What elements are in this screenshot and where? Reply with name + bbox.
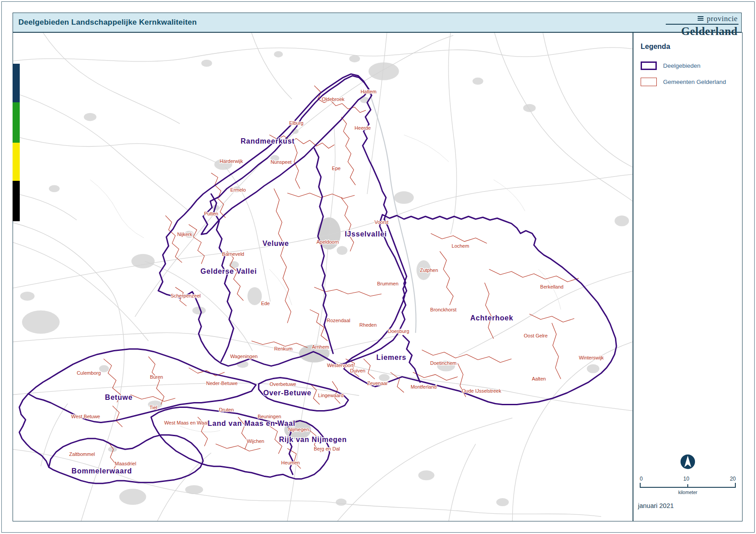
deelgebied-label: Randmeerkust <box>241 137 295 145</box>
legend-label: Deelgebieden <box>663 62 700 69</box>
gemeente-label: Heumen <box>281 460 299 465</box>
gemeente-label: Renkum <box>274 346 293 351</box>
color-bar-segment <box>13 143 20 181</box>
gemeente-label: Maasdriel <box>115 461 136 466</box>
gemeente-label: Ede <box>261 301 270 306</box>
scale-tick: 20 <box>730 476 736 482</box>
deelgebied-label: Over-Betuwe <box>263 389 311 397</box>
gemeente-label: Voorst <box>374 219 388 225</box>
map-date: januari 2021 <box>637 502 738 509</box>
gemeente-label: Epe <box>332 166 341 171</box>
color-bar-segment <box>13 102 20 143</box>
gemeente-label: Bronckhorst <box>430 307 457 312</box>
gemeente-label: Barneveld <box>222 251 244 257</box>
gemeente-label: Doesburg <box>388 328 409 334</box>
gemeente-label: Apeldoorn <box>316 239 339 245</box>
gemeente-label: Tiel <box>149 405 157 410</box>
color-bar-segment <box>13 181 20 221</box>
scale-tick-labels: 01020 <box>640 476 736 482</box>
gemeente-label: Ermelo <box>230 187 246 193</box>
deelgebied-label: Land van Maas en Waal <box>207 420 295 427</box>
deelgebied-label: Bommelerwaard <box>71 467 132 475</box>
gemeente-label: Overbetuwe <box>270 381 296 387</box>
gemeente-label: Montferland <box>411 384 437 390</box>
gemeente-label: Nunspeet <box>271 159 292 165</box>
legend-swatch <box>641 78 657 86</box>
deelgebied-label: IJsselvallei <box>345 230 387 238</box>
title-bar: Deelgebieden Landschappelijke Kernkwalit… <box>13 13 742 32</box>
gemeente-label: Oldebroek <box>322 96 345 102</box>
page-title: Deelgebieden Landschappelijke Kernkwalit… <box>13 18 197 27</box>
legend-swatch <box>641 61 657 70</box>
map-frame: HattemOldebroekElburgHeerdeNunspeetHarde… <box>13 32 633 521</box>
gemeente-label: Druten <box>219 407 234 412</box>
gemeente-label: Westervoort <box>327 363 353 368</box>
gemeente-label: Buren <box>150 374 163 380</box>
map-sheet: { "header": { "title": "Deelgebieden Lan… <box>0 0 756 534</box>
gemeente-label: Beuningen <box>258 414 281 419</box>
gemeente-label: West Betuwe <box>71 414 100 419</box>
deelgebied-label: Veluwe <box>263 240 289 247</box>
gemeente-label: Culemborg <box>77 370 101 376</box>
gemeente-label: Oost Gelre <box>524 333 548 338</box>
deelgebied-label: Liemers <box>376 354 406 361</box>
provincie-gelderland-logo: provincie Gelderland <box>666 13 738 37</box>
deelgebied-labels: RandmeerkustVeluweGelderse ValleiIJsselv… <box>71 137 513 475</box>
legend-label: Gemeenten Gelderland <box>663 79 726 85</box>
gemeente-label: Zevenaar <box>367 381 388 386</box>
gemeente-label: Nijkerk <box>177 232 193 237</box>
gemeente-label: Scherpenzeel <box>171 293 201 298</box>
deelgebied-label: Betuwe <box>105 394 133 401</box>
gemeente-label: Nijmegen <box>288 427 309 432</box>
color-bar-segment <box>13 64 20 102</box>
gemeente-label: Doetinchem <box>430 360 457 366</box>
legend-item: Deelgebieden <box>641 61 736 70</box>
scale-bar: 01020 kilometer <box>640 476 736 495</box>
gemeente-label: Duiven <box>350 368 365 373</box>
gemeente-label: Berg en Dal <box>314 446 340 451</box>
deelgebied-label: Gelderse Vallei <box>200 267 257 275</box>
gemeente-label: Aalten <box>532 376 546 381</box>
gemeente-label: Wijchen <box>247 438 264 444</box>
gemeente-label: Rheden <box>360 322 377 328</box>
scale-line <box>640 483 736 488</box>
deelgebied-label: Rijk van Nijmegen <box>279 436 347 443</box>
gemeente-label: Zutphen <box>420 267 438 273</box>
scale-tick: 10 <box>683 476 689 482</box>
gemeente-labels: HattemOldebroekElburgHeerdeNunspeetHarde… <box>69 89 604 466</box>
legend-panel: Legenda DeelgebiedenGemeenten Gelderland… <box>633 32 743 521</box>
logo-bars-icon <box>698 16 703 21</box>
logo-word-gelderland: Gelderland <box>666 25 738 37</box>
gemeente-label: Lochem <box>452 243 469 249</box>
gemeente-label: Zaltbommel <box>69 451 95 457</box>
scale-tick: 0 <box>640 476 643 482</box>
color-reference-bar <box>13 64 20 221</box>
gemeente-label: Hattem <box>360 89 376 94</box>
deelgebied-label: Achterhoek <box>470 314 514 322</box>
legend-item: Gemeenten Gelderland <box>641 78 736 86</box>
map-canvas: HattemOldebroekElburgHeerdeNunspeetHarde… <box>13 33 633 521</box>
gemeente-label: Neder-Betuwe <box>206 381 237 386</box>
gemeente-label: West Maas en Waal <box>164 420 208 425</box>
gemeente-boundaries <box>104 86 579 472</box>
logo-word-provincie: provincie <box>707 15 738 22</box>
gemeente-label: Winterswijk <box>579 355 604 360</box>
legend-items: DeelgebiedenGemeenten Gelderland <box>641 61 736 86</box>
legend-title: Legenda <box>641 43 736 51</box>
deelgebied-outlines <box>19 74 616 483</box>
north-arrow-icon <box>637 454 738 471</box>
gemeente-label: Putten <box>204 211 218 216</box>
gemeente-label: Heerde <box>355 125 371 131</box>
gemeente-label: Rozendaal <box>327 318 350 323</box>
gemeente-label: Lingewaard <box>318 393 344 398</box>
gemeente-label: Arnhem <box>312 344 329 350</box>
gemeente-label: Wageningen <box>230 354 258 359</box>
scale-unit: kilometer <box>640 490 736 495</box>
gemeente-label: Oude IJsselstreek <box>462 388 501 394</box>
gemeente-label: Harderwijk <box>220 158 243 164</box>
gemeente-label: Berkelland <box>540 284 563 289</box>
gemeente-label: Brummen <box>377 281 399 286</box>
gemeente-label: Elburg <box>289 120 303 126</box>
